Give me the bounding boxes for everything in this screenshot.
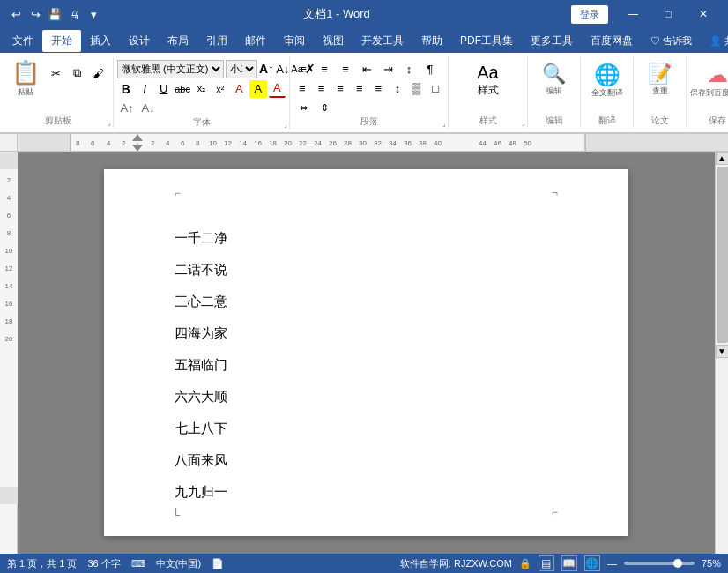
document-page[interactable]: ⌐ ¬ L ⌐ 一千二净 二话不说 三心二意 四海为家 五福临门 六六大顺 七上… <box>104 169 628 536</box>
print-layout-btn[interactable]: ▤ <box>539 555 554 571</box>
line-spacing-button[interactable]: ↕ <box>389 79 406 97</box>
read-mode-btn[interactable]: 📖 <box>561 555 577 571</box>
align-left-button[interactable]: ≡ <box>293 79 311 97</box>
find-button[interactable]: 🔍 编辑 <box>536 61 573 99</box>
doc-line-8[interactable]: 八面来风 <box>175 444 558 476</box>
menu-help[interactable]: 帮助 <box>412 30 451 52</box>
doc-line-2[interactable]: 二话不说 <box>175 254 558 286</box>
font-dn-btn[interactable]: A↓ <box>138 100 158 117</box>
zoom-thumb[interactable] <box>673 559 682 568</box>
strikethrough-button[interactable]: abc <box>174 80 190 98</box>
svg-text:20: 20 <box>284 139 292 147</box>
menu-share[interactable]: 👤 共享 <box>701 31 728 51</box>
save-cloud-button[interactable]: ☁ 保存到百度网盘 <box>699 61 728 100</box>
text-effect-button[interactable]: A <box>231 80 248 98</box>
font-expand[interactable]: ⌟ <box>284 121 287 129</box>
superscript-button[interactable]: x² <box>212 80 228 98</box>
web-view-btn[interactable]: 🌐 <box>584 555 600 571</box>
lang-label: 中文(中国) <box>156 557 201 570</box>
svg-text:32: 32 <box>374 139 382 147</box>
restore-button[interactable]: □ <box>650 0 686 28</box>
paste-button[interactable]: 📋 粘贴 <box>7 57 44 100</box>
vertical-scrollbar[interactable]: ▲ ▼ <box>715 152 728 554</box>
doc-line-7[interactable]: 七上八下 <box>175 413 558 444</box>
menu-developer[interactable]: 开发工具 <box>353 30 412 52</box>
doc-line-9[interactable]: 九九归一 <box>175 476 558 508</box>
sort-button[interactable]: ↕ <box>399 60 419 78</box>
undo-btn[interactable]: ↩ <box>7 5 25 23</box>
menu-home[interactable]: 开始 <box>42 30 81 52</box>
thesis-button[interactable]: 📝 查重 <box>642 61 679 99</box>
highlight-button[interactable]: A <box>249 80 266 98</box>
menu-baidu[interactable]: 百度网盘 <box>582 30 642 52</box>
align-distribute-button[interactable]: ≡ <box>370 79 388 97</box>
menu-insert[interactable]: 插入 <box>81 30 120 52</box>
menu-view[interactable]: 视图 <box>314 30 353 52</box>
align-justify-button[interactable]: ≡ <box>351 79 368 97</box>
document-area[interactable]: ⌐ ¬ L ⌐ 一千二净 二话不说 三心二意 四海为家 五福临门 六六大顺 七上… <box>18 152 715 554</box>
align-center-button[interactable]: ≡ <box>313 79 331 97</box>
menu-pdf[interactable]: PDF工具集 <box>451 30 522 52</box>
styles-button[interactable]: Aa 样式 <box>470 61 507 100</box>
doc-line-6[interactable]: 六六大顺 <box>175 381 558 413</box>
clipboard-expand[interactable]: ⌟ <box>108 119 111 127</box>
list-bullet-button[interactable]: ≡ <box>293 60 313 78</box>
editing-group-label: 编辑 <box>528 115 580 127</box>
save-btn[interactable]: 💾 <box>46 5 63 23</box>
redo-btn[interactable]: ↪ <box>26 5 44 23</box>
copy-button[interactable]: ⧉ <box>67 64 86 82</box>
font-name-select[interactable]: 微软雅黑 (中文正文) <box>117 60 224 78</box>
show-marks-button[interactable]: ¶ <box>420 60 440 78</box>
align-right-button[interactable]: ≡ <box>331 79 349 97</box>
doc-line-4[interactable]: 四海为家 <box>175 317 558 349</box>
doc-line-3[interactable]: 三心二意 <box>175 286 558 317</box>
svg-text:4: 4 <box>166 139 170 147</box>
para-extra2[interactable]: ⇕ <box>315 99 334 116</box>
indent-more-button[interactable]: ⇥ <box>378 60 397 78</box>
scroll-down-arrow[interactable]: ▼ <box>716 345 729 358</box>
underline-button[interactable]: U <box>155 80 172 98</box>
menu-review[interactable]: 审阅 <box>275 30 314 52</box>
styles-expand[interactable]: ⌟ <box>522 119 525 127</box>
cut-button[interactable]: ✂ <box>46 64 65 82</box>
svg-text:12: 12 <box>5 264 13 272</box>
menu-tell[interactable]: ♡ 告诉我 <box>642 31 701 51</box>
menu-design[interactable]: 设计 <box>120 30 159 52</box>
italic-button[interactable]: I <box>136 80 152 98</box>
bold-button[interactable]: B <box>117 80 134 98</box>
font-up-btn[interactable]: A↑ <box>117 100 137 117</box>
scroll-thumb[interactable] <box>717 167 728 343</box>
format-painter-button[interactable]: 🖌 <box>88 64 108 82</box>
minimize-button[interactable]: — <box>615 0 650 28</box>
list-multi-button[interactable]: ≡ <box>336 60 355 78</box>
border-button[interactable]: □ <box>427 79 444 97</box>
statusbar: 第 1 页，共 1 页 36 个字 ⌨ 中文(中国) 📄 软件自学网: RJZX… <box>0 554 728 573</box>
doc-line-1[interactable]: 一千二净 <box>175 222 558 254</box>
close-button[interactable]: ✕ <box>686 0 721 28</box>
font-size-select[interactable]: 小二 <box>226 60 257 78</box>
menu-mailings[interactable]: 邮件 <box>236 30 275 52</box>
translate-group: 🌐 全文翻译 翻译 <box>581 57 634 128</box>
shrink-font-button[interactable]: A↓ <box>276 60 289 78</box>
menu-layout[interactable]: 布局 <box>159 30 197 52</box>
more-btn[interactable]: ▾ <box>85 5 102 23</box>
document-content[interactable]: 一千二净 二话不说 三心二意 四海为家 五福临门 六六大顺 七上八下 八面来风 … <box>175 222 558 508</box>
doc-line-5[interactable]: 五福临门 <box>175 349 558 381</box>
list-number-button[interactable]: ≡ <box>315 60 334 78</box>
para-extra1[interactable]: ⇔ <box>293 99 313 116</box>
subscript-button[interactable]: x₂ <box>193 80 210 98</box>
print-btn[interactable]: 🖨 <box>65 5 83 23</box>
menu-more[interactable]: 更多工具 <box>522 30 582 52</box>
indent-less-button[interactable]: ⇤ <box>357 60 376 78</box>
para-expand[interactable]: ⌟ <box>442 120 446 128</box>
translate-button[interactable]: 🌐 全文翻译 <box>589 61 626 100</box>
grow-font-button[interactable]: A↑ <box>259 60 274 78</box>
zoom-slider[interactable] <box>624 562 695 565</box>
menu-file[interactable]: 文件 <box>4 30 42 52</box>
scroll-up-arrow[interactable]: ▲ <box>716 152 729 165</box>
font-color-button[interactable]: A <box>269 80 286 98</box>
shading-button[interactable]: ▒ <box>408 79 426 97</box>
menu-references[interactable]: 引用 <box>197 30 236 52</box>
login-button[interactable]: 登录 <box>571 5 608 24</box>
translate-icon: 🌐 <box>594 63 620 87</box>
